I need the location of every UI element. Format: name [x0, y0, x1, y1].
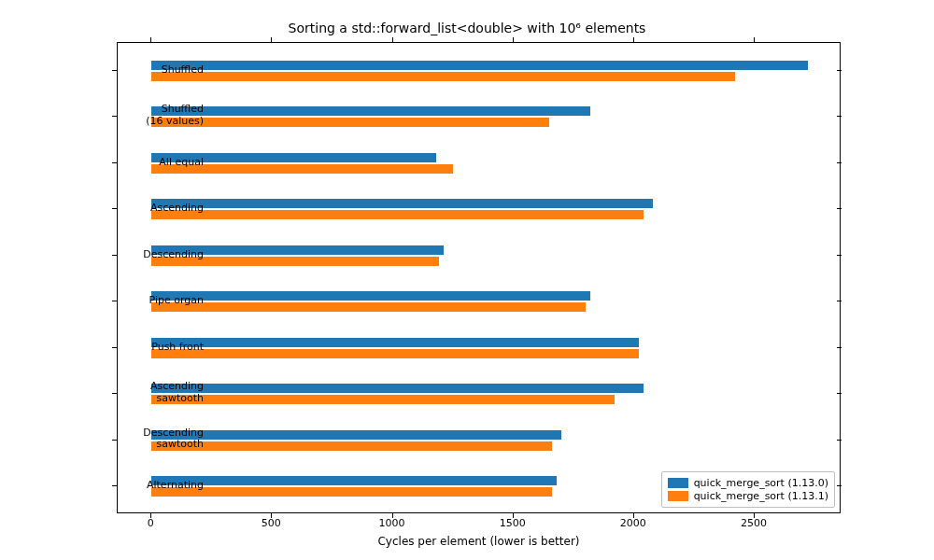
- bar: [151, 61, 808, 70]
- y-tick: [112, 162, 117, 163]
- x-tick: [513, 37, 514, 42]
- bar: [151, 291, 590, 301]
- x-tick: [754, 37, 755, 42]
- y-tick: [837, 162, 842, 163]
- bar: [151, 118, 549, 127]
- y-tick-label: Shuffled: [162, 64, 204, 77]
- y-tick: [837, 440, 842, 441]
- y-tick: [112, 301, 117, 301]
- y-tick: [112, 70, 117, 71]
- legend-swatch: [668, 491, 688, 501]
- chart-title: Sorting a std::forward_list<double> with…: [0, 21, 934, 35]
- legend-swatch: [668, 478, 688, 488]
- x-tick-label: 1500: [500, 517, 526, 529]
- bar: [151, 199, 653, 208]
- legend-entry: quick_merge_sort (1.13.0): [668, 477, 828, 489]
- x-tick-label: 500: [262, 517, 281, 529]
- bar: [151, 210, 644, 219]
- y-tick: [837, 301, 842, 301]
- y-tick-label: Alternating: [147, 480, 204, 492]
- bar: [151, 441, 552, 451]
- legend: quick_merge_sort (1.13.0)quick_merge_sor…: [661, 471, 835, 508]
- bar: [151, 106, 590, 116]
- y-tick: [837, 70, 842, 71]
- y-tick-label: Push front: [151, 341, 204, 353]
- plot-area: [118, 43, 840, 512]
- x-tick: [150, 37, 151, 42]
- y-tick: [112, 116, 117, 117]
- y-tick: [112, 208, 117, 209]
- bar: [151, 395, 615, 404]
- x-tick-label: 1000: [379, 517, 405, 529]
- x-tick-label: 0: [148, 517, 154, 529]
- y-tick: [112, 485, 117, 486]
- y-tick: [837, 347, 842, 348]
- y-tick: [837, 255, 842, 256]
- bar: [151, 487, 552, 497]
- y-tick: [112, 255, 117, 256]
- bar: [151, 72, 735, 81]
- bar: [151, 338, 639, 347]
- y-tick-label: Descending sawtooth: [143, 427, 204, 451]
- legend-label: quick_merge_sort (1.13.1): [694, 490, 828, 502]
- bar: [151, 476, 557, 485]
- axes-frame: [117, 42, 841, 513]
- y-tick-label: Shuffled (16 values): [146, 105, 204, 128]
- y-tick: [837, 485, 842, 486]
- y-tick: [837, 393, 842, 394]
- y-tick: [112, 393, 117, 394]
- y-tick-label: Pipe organ: [149, 295, 204, 307]
- x-axis-label: Cycles per element (lower is better): [117, 535, 841, 548]
- x-tick: [633, 37, 634, 42]
- x-tick: [392, 37, 393, 42]
- y-tick-label: Ascending: [150, 203, 204, 215]
- bar: [151, 430, 561, 440]
- bar: [151, 302, 586, 312]
- y-tick-label: All equal: [159, 157, 204, 169]
- y-tick-label: Ascending sawtooth: [150, 381, 204, 404]
- legend-label: quick_merge_sort (1.13.0): [694, 477, 828, 489]
- axes: Cycles per element (lower is better) qui…: [117, 42, 841, 513]
- x-tick: [271, 37, 272, 42]
- y-tick: [112, 347, 117, 348]
- figure: Sorting a std::forward_list<double> with…: [0, 0, 934, 560]
- x-tick-label: 2000: [620, 517, 646, 529]
- legend-entry: quick_merge_sort (1.13.1): [668, 490, 828, 502]
- y-tick: [837, 208, 842, 209]
- y-tick-label: Descending: [143, 248, 204, 260]
- x-tick-label: 2500: [741, 517, 767, 529]
- bar: [151, 349, 639, 358]
- y-tick: [837, 116, 842, 117]
- y-tick: [112, 440, 117, 441]
- bar: [151, 384, 644, 393]
